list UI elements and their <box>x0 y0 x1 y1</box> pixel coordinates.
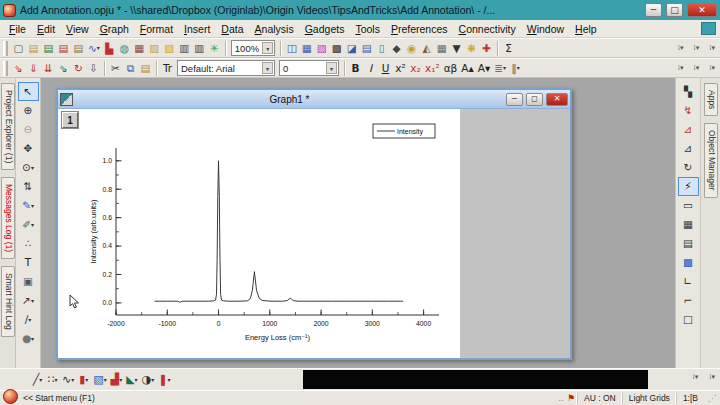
open[interactable]: ▤ <box>41 40 56 57</box>
layer-badge[interactable]: 1 <box>62 112 78 128</box>
save-template[interactable]: ▤ <box>71 40 86 57</box>
graph-close-button[interactable]: ✕ <box>546 93 568 106</box>
font-name-combo[interactable]: Default: Arial▾ <box>177 60 275 76</box>
toolbar-overflow-3[interactable]: ⁞▾ <box>706 62 718 74</box>
pointer-tool[interactable]: ↖ <box>18 82 39 101</box>
toolbar-overflow-1[interactable]: ⁞▾ <box>675 42 687 54</box>
decrease-font[interactable]: A▾ <box>476 60 492 77</box>
import-multiple-ascii[interactable]: ⇊ <box>41 60 56 77</box>
dock-tab-messages-log-1[interactable]: Messages Log (1) <box>1 177 15 259</box>
insert-equation-tool[interactable]: ▣ <box>18 272 39 291</box>
save-project[interactable]: ▥ <box>177 40 192 57</box>
mask-tool[interactable]: ▚ <box>678 82 699 101</box>
close-button[interactable]: ✕ <box>687 3 717 17</box>
scatter-plot[interactable]: ∷▾ <box>45 371 60 389</box>
import-database[interactable]: ⇩ <box>86 60 101 77</box>
new-sparklines[interactable]: ▦ <box>434 40 449 57</box>
graph-window[interactable]: Graph1 * ─ ◻ ✕ -2000-1000010002000300040… <box>56 88 572 360</box>
data-selector-tool-dropdown-icon[interactable]: ▾ <box>31 203 34 209</box>
plot-toolbar-overflow-1[interactable]: ⁞▾ <box>690 371 702 383</box>
line-tool[interactable]: ∕▾ <box>18 310 39 329</box>
screen-reader-tool-dropdown-icon[interactable]: ▾ <box>31 165 34 171</box>
toolbar-overflow-2[interactable]: ⁞▾ <box>691 42 703 54</box>
rescale-tool[interactable]: ↯ <box>678 101 699 120</box>
matrix-viewer[interactable]: ▼ <box>449 40 464 57</box>
circle-tool-dropdown-icon[interactable]: ▾ <box>31 336 34 342</box>
refresh-graph-tool[interactable]: ↻ <box>678 158 699 177</box>
distribute[interactable]: ∥▾ <box>508 60 523 77</box>
dock-tab-object-manager[interactable]: Object Manager <box>704 123 718 197</box>
minimize-button[interactable]: ─ <box>645 3 662 17</box>
import-single-ascii[interactable]: ⇓ <box>26 60 41 77</box>
axis-box-tool[interactable]: □ <box>678 310 699 329</box>
histogram-plot[interactable]: ▟▾ <box>109 371 124 389</box>
line-plot-dropdown-icon[interactable]: ▾ <box>39 377 42 383</box>
recalculate[interactable]: ✳ <box>207 40 222 57</box>
pie-plot-dropdown-icon[interactable]: ▾ <box>151 377 154 383</box>
image-plot[interactable]: ▧▾ <box>91 371 108 389</box>
align-dropdown-icon[interactable]: ▾ <box>503 65 506 71</box>
menu-view[interactable]: View <box>61 21 94 37</box>
zoom-combo-dropdown-icon[interactable]: ▾ <box>262 42 273 54</box>
draw-data-tool[interactable]: ∴ <box>18 234 39 253</box>
plot-toolbar-overflow-2[interactable]: ⁞▾ <box>706 371 718 383</box>
area-plot[interactable]: ◣▾ <box>124 371 139 389</box>
subsuperscript[interactable]: x₁² <box>423 60 442 77</box>
zoom-out-tool[interactable]: ⊖ <box>18 120 39 139</box>
start-menu-hint[interactable]: << Start menu (F1) <box>23 393 95 403</box>
reimport[interactable]: ↻ <box>71 60 86 77</box>
new-matrix[interactable]: ▩ <box>329 40 344 57</box>
italic[interactable]: I <box>363 60 378 77</box>
add-columns[interactable]: ✚ <box>479 40 494 57</box>
paste[interactable]: ▤ <box>138 60 153 77</box>
zoom-in-tool[interactable]: ⊕ <box>18 101 39 120</box>
dock-tab-apps[interactable]: Apps <box>704 83 718 116</box>
new-graph[interactable]: ▧ <box>314 40 329 57</box>
superscript[interactable]: x² <box>393 60 408 77</box>
stock-plot-dropdown-icon[interactable]: ▾ <box>167 377 170 383</box>
stock-plot[interactable]: ❚▾ <box>156 371 172 389</box>
new-folder[interactable]: ▤ <box>26 40 41 57</box>
menu-gadgets[interactable]: Gadgets <box>300 21 350 37</box>
x-axis-label[interactable]: Energy Loss (cm⁻¹) <box>245 333 311 342</box>
menu-connectivity[interactable]: Connectivity <box>454 21 521 37</box>
column-plot-dropdown-icon[interactable]: ▾ <box>85 377 88 383</box>
import-file[interactable]: ▙ <box>102 40 117 57</box>
extract-layer-tool[interactable]: ▤ <box>678 234 699 253</box>
column-plot[interactable]: ▮▾ <box>76 371 91 389</box>
font-size-combo-dropdown-icon[interactable]: ▾ <box>326 62 337 74</box>
refresh-all[interactable]: ❋ <box>464 40 479 57</box>
open-video[interactable]: ▦ <box>132 40 147 57</box>
axis-l-tool[interactable]: ∟ <box>678 272 699 291</box>
zoom-combo[interactable]: 100%▾ <box>231 40 275 56</box>
menu-analysis[interactable]: Analysis <box>250 21 299 37</box>
toolbar-overflow-3[interactable]: ⁞▾ <box>706 42 718 54</box>
arrow-tool-dropdown-icon[interactable]: ▾ <box>31 298 34 304</box>
merge-graph-tool[interactable]: ▦ <box>678 215 699 234</box>
log-scale-tool[interactable]: ⊿ <box>678 120 699 139</box>
arrow-tool[interactable]: ↗▾ <box>18 291 39 310</box>
scatter-plot-dropdown-icon[interactable]: ▾ <box>54 377 57 383</box>
increase-font[interactable]: A▴ <box>459 60 475 77</box>
mask-points-tool[interactable]: ✐▾ <box>18 215 39 234</box>
axis-frame-tool[interactable]: ⌐ <box>678 291 699 310</box>
text-tool[interactable]: T <box>18 253 39 272</box>
menu-insert[interactable]: Insert <box>179 21 215 37</box>
new-project[interactable]: ▢ <box>11 40 26 57</box>
dock-tab-project-explorer-1[interactable]: Project Explorer (1) <box>1 83 15 170</box>
menu-format[interactable]: Format <box>135 21 178 37</box>
cut[interactable]: ✂ <box>108 60 123 77</box>
new-function-plot[interactable]: ◪ <box>344 40 359 57</box>
linear-scale-tool[interactable]: ⊿ <box>678 139 699 158</box>
copy[interactable]: ⧉ <box>123 60 138 77</box>
open-folder[interactable]: ▨ <box>147 40 162 57</box>
menu-data[interactable]: Data <box>216 21 248 37</box>
import-excel[interactable]: ⇘ <box>56 60 71 77</box>
graph-window-titlebar[interactable]: Graph1 * ─ ◻ ✕ <box>58 90 570 109</box>
new-notes[interactable]: ▯ <box>374 40 389 57</box>
find[interactable]: ◉ <box>404 40 419 57</box>
import-ascii-dropdown-icon[interactable]: ▾ <box>97 45 100 51</box>
graph-minimize-button[interactable]: ─ <box>506 93 523 106</box>
y-axis-label[interactable]: Intensity (arb.units) <box>89 199 98 263</box>
new-layout[interactable]: ▤ <box>359 40 374 57</box>
